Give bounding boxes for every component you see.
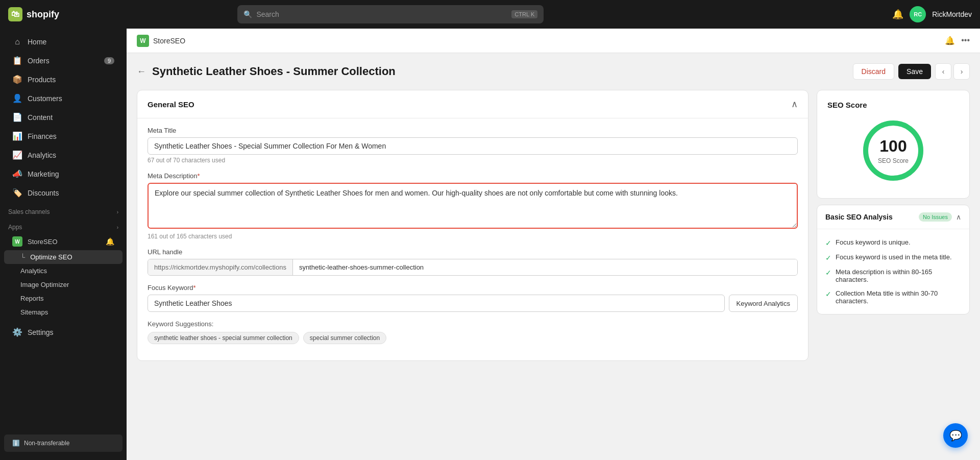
search-input[interactable] (256, 10, 507, 18)
collapse-analysis-icon[interactable]: ∧ (956, 213, 961, 221)
general-seo-card: General SEO ∧ Meta Title 67 out of 70 ch… (137, 90, 808, 361)
focus-keyword-input[interactable] (148, 295, 725, 312)
bell-icon[interactable]: 🔔 (892, 9, 903, 20)
sidebar-item-discounts[interactable]: 🏷️ Discounts (4, 184, 122, 202)
basic-seo-analysis-card: Basic SEO Analysis No Issues ∧ ✓ Focus k… (817, 205, 970, 314)
sidebar-item-analytics[interactable]: 📈 Analytics (4, 146, 122, 164)
sidebar-sub-analytics[interactable]: Analytics (4, 264, 122, 278)
url-slug-input[interactable] (293, 259, 797, 275)
username: RickMortdev (932, 10, 972, 18)
customers-icon: 👤 (12, 93, 22, 103)
collapse-icon[interactable]: ∧ (791, 99, 798, 110)
url-handle-label: URL handle (148, 248, 798, 256)
sidebar-item-label: Marketing (28, 170, 59, 178)
analysis-body: ✓ Focus keyword is unique. ✓ Focus keywo… (817, 229, 969, 314)
sidebar-item-label: Products (28, 76, 56, 84)
sidebar-storeseo-header[interactable]: W StoreSEO 🔔 (4, 233, 122, 250)
content-icon: 📄 (12, 112, 22, 122)
general-seo-title: General SEO (148, 100, 194, 109)
sidebar-item-settings[interactable]: ⚙️ Settings (4, 323, 122, 341)
sidebar-item-products[interactable]: 📦 Products (4, 70, 122, 88)
keyword-analytics-button[interactable]: Keyword Analytics (729, 295, 798, 312)
sub-item-label: Analytics (20, 267, 47, 275)
apps-section: Apps › (0, 217, 127, 233)
score-circle: 100 SEO Score (860, 117, 926, 184)
app-header-bell-icon[interactable]: 🔔 (945, 36, 955, 45)
back-arrow-icon[interactable]: ← (137, 66, 146, 77)
title-actions: Discard Save ‹ › (853, 63, 970, 80)
analysis-item-text-2: Meta description is within 80-165 charac… (836, 268, 961, 283)
check-icon-0: ✓ (825, 239, 831, 247)
next-arrow-button[interactable]: › (953, 63, 970, 80)
analysis-item-text-0: Focus keyword is unique. (836, 238, 911, 246)
analysis-item-2: ✓ Meta description is within 80-165 char… (825, 265, 961, 286)
sub-item-label: Sitemaps (20, 308, 48, 316)
marketing-icon: 📣 (12, 169, 22, 179)
sidebar-item-orders[interactable]: 📋 Orders 9 (4, 52, 122, 69)
orders-badge: 9 (104, 57, 114, 64)
search-bar[interactable]: 🔍 CTRL K (237, 5, 544, 23)
check-icon-3: ✓ (825, 290, 831, 298)
analysis-item-1: ✓ Focus keyword is used in the meta titl… (825, 250, 961, 265)
chat-bubble-button[interactable]: 💬 (943, 423, 968, 448)
meta-desc-textarea[interactable]: Explore our special summer collection of… (148, 183, 798, 229)
app-header-title: StoreSEO (153, 37, 185, 45)
sidebar-sub-image-optimizer[interactable]: Image Optimizer (4, 278, 122, 292)
general-seo-card-header: General SEO ∧ (137, 90, 808, 118)
discard-button[interactable]: Discard (853, 63, 894, 80)
main-layout: ⌂ Home 📋 Orders 9 📦 Products 👤 Customers… (0, 29, 980, 460)
page-title: Synthetic Leather Shoes - Summer Collect… (152, 65, 396, 78)
sidebar-sub-menu: └ Optimize SEO Analytics Image Optimizer… (4, 250, 122, 319)
suggestion-tag-1[interactable]: special summer collection (303, 332, 386, 344)
no-issues-badge: No Issues (919, 212, 952, 222)
meta-desc-group: Meta Description* Explore our special su… (148, 172, 798, 240)
storeseo-bell-icon: 🔔 (106, 237, 114, 246)
meta-desc-char-count: 161 out of 165 characters used (148, 233, 798, 240)
suggestion-tag-0[interactable]: synthetic leather shoes - special summer… (148, 332, 299, 344)
sidebar-item-home[interactable]: ⌂ Home (4, 33, 122, 51)
analysis-item-text-1: Focus keyword is used in the meta title. (836, 253, 952, 261)
shopify-logo-icon: 🛍 (8, 7, 22, 21)
seo-score-card: SEO Score 100 SEO Score (817, 90, 970, 199)
analysis-header: Basic SEO Analysis No Issues ∧ (817, 205, 969, 229)
keyword-suggestions-group: Keyword Suggestions: synthetic leather s… (148, 320, 798, 344)
keyword-row: Keyword Analytics (148, 295, 798, 312)
non-transferable-label: Non-transferable (24, 440, 69, 447)
analysis-item-0: ✓ Focus keyword is unique. (825, 235, 961, 250)
meta-desc-label: Meta Description* (148, 172, 798, 180)
url-input-wrapper: https://rickmortdev.myshopify.com/collec… (148, 259, 798, 276)
tree-icon: └ (20, 253, 25, 261)
sidebar-item-customers[interactable]: 👤 Customers (4, 89, 122, 107)
search-shortcut: CTRL K (511, 10, 537, 18)
search-icon: 🔍 (243, 10, 252, 18)
orders-icon: 📋 (12, 56, 22, 65)
url-handle-group: URL handle https://rickmortdev.myshopify… (148, 248, 798, 276)
sidebar-item-content[interactable]: 📄 Content (4, 108, 122, 126)
info-icon: ℹ️ (12, 440, 20, 447)
discounts-icon: 🏷️ (12, 188, 22, 198)
app-header-more-icon[interactable]: ••• (961, 36, 970, 45)
app-header: W StoreSEO 🔔 ••• (127, 29, 980, 53)
seo-score-title: SEO Score (827, 101, 867, 109)
sidebar-sub-reports[interactable]: Reports (4, 292, 122, 305)
left-column: General SEO ∧ Meta Title 67 out of 70 ch… (137, 90, 808, 450)
shopify-logo-text: shopify (27, 9, 59, 20)
meta-title-label: Meta Title (148, 127, 798, 134)
chevron-right-icon: › (117, 225, 118, 230)
sales-channels-section: Sales channels › (0, 202, 127, 217)
page-content: ← Synthetic Leather Shoes - Summer Colle… (127, 53, 980, 460)
sidebar-item-finances[interactable]: 📊 Finances (4, 127, 122, 145)
sidebar-sub-sitemaps[interactable]: Sitemaps (4, 305, 122, 319)
topbar: 🛍 shopify 🔍 CTRL K 🔔 RC RickMortdev (0, 0, 980, 29)
prev-arrow-button[interactable]: ‹ (935, 63, 951, 80)
meta-title-char-count: 67 out of 70 characters used (148, 157, 798, 164)
shopify-logo: 🛍 shopify (8, 7, 59, 21)
app-header-icon: W (137, 35, 149, 47)
save-button[interactable]: Save (898, 64, 931, 79)
sidebar-item-label: Settings (28, 328, 54, 336)
sidebar-storeseo-label: StoreSEO (28, 238, 58, 246)
topbar-right: 🔔 RC RickMortdev (892, 6, 972, 22)
sidebar-sub-optimize-seo[interactable]: └ Optimize SEO (4, 250, 122, 264)
sidebar-item-marketing[interactable]: 📣 Marketing (4, 165, 122, 183)
meta-title-input[interactable] (148, 137, 798, 155)
